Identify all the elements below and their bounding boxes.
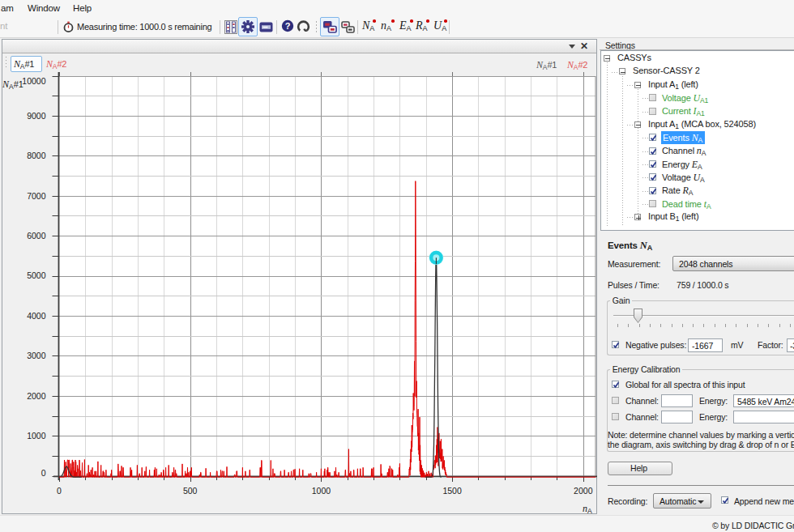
svg-text:7000: 7000 xyxy=(27,191,46,201)
svg-text:0: 0 xyxy=(57,486,62,496)
svg-text:2000: 2000 xyxy=(574,486,593,496)
svg-text:0: 0 xyxy=(41,468,46,478)
svg-text:1000: 1000 xyxy=(27,431,46,440)
svg-text:NA#1: NA#1 xyxy=(2,79,23,91)
svg-text:4000: 4000 xyxy=(27,311,46,321)
svg-text:10000: 10000 xyxy=(22,76,45,86)
svg-text:1000: 1000 xyxy=(312,486,331,496)
svg-text:9000: 9000 xyxy=(27,111,46,121)
svg-text:3000: 3000 xyxy=(27,351,46,360)
svg-text:2000: 2000 xyxy=(27,391,46,401)
svg-text:5000: 5000 xyxy=(27,270,46,280)
svg-text:1500: 1500 xyxy=(442,486,462,496)
svg-text:500: 500 xyxy=(183,486,198,496)
svg-text:6000: 6000 xyxy=(27,231,46,240)
svg-text:nA: nA xyxy=(583,503,592,515)
svg-text:8000: 8000 xyxy=(27,151,46,160)
